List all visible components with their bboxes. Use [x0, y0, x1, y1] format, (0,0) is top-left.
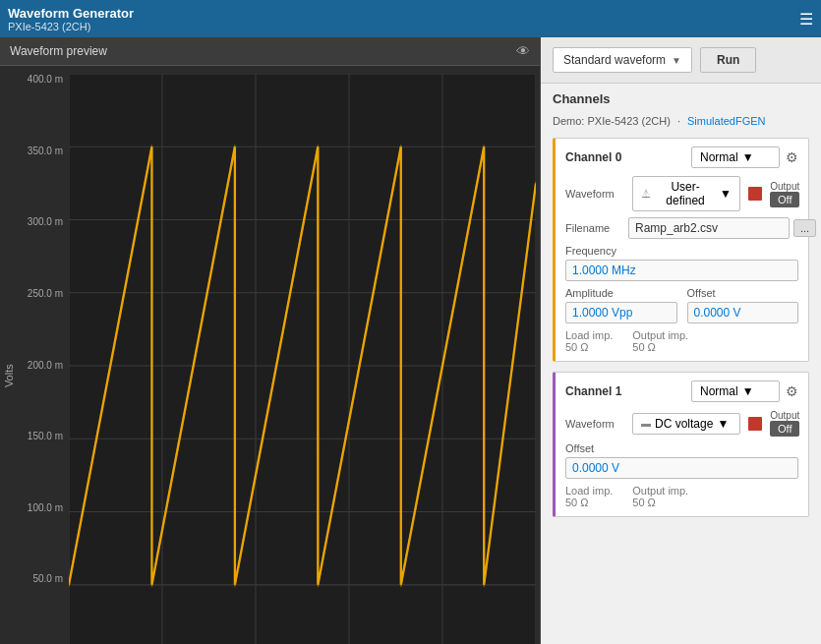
- app-title: Waveform Generator: [8, 6, 134, 21]
- channel-0-offset-group: Offset: [687, 287, 799, 323]
- channel-0-label: Channel 0: [565, 150, 621, 164]
- app-subtitle: PXIe-5423 (2CH): [8, 21, 134, 32]
- right-toolbar: Standard waveform ▼ Run: [541, 37, 821, 84]
- y-tic-4: 200.0 m: [18, 360, 63, 371]
- channel-1-header-row: Channel 1 Normal ▼ ⚙: [565, 381, 798, 402]
- channel-0-output-label: Output: [770, 181, 799, 192]
- channel-1-mode-dropdown[interactable]: Normal ▼: [691, 381, 780, 402]
- channel-1-offset-input[interactable]: [565, 457, 798, 479]
- channel-1-output-imp-label: Output imp. 50 Ω: [632, 485, 688, 508]
- channel-0-frequency-input[interactable]: [565, 260, 798, 281]
- channels-section: Channels Demo: PXIe-5423 (2CH) · Simulat…: [541, 84, 821, 535]
- channel-1-output-group: Output Off: [770, 410, 799, 437]
- channel-1-waveform-row: Waveform ▬ DC voltage ▼ Output Off: [565, 410, 798, 437]
- waveform-icon: ⏃: [641, 189, 651, 200]
- chart-canvas: [69, 74, 536, 644]
- preview-header: Waveform preview 👁: [0, 37, 540, 66]
- channel-1-mode-arrow: ▼: [742, 384, 754, 398]
- breadcrumb-part1: Demo: PXIe-5423 (2CH): [553, 115, 671, 127]
- right-panel: Standard waveform ▼ Run Channels Demo: P…: [541, 37, 821, 644]
- channel-0-mode-arrow: ▼: [742, 150, 754, 164]
- y-tic-7: 50.0 m: [18, 573, 63, 584]
- title-bar: Waveform Generator PXIe-5423 (2CH) ☰: [0, 0, 821, 37]
- channel-1-output-toggle[interactable]: Off: [770, 421, 799, 437]
- channel-1-block: Channel 1 Normal ▼ ⚙ Waveform ▬ DC volt: [553, 372, 809, 517]
- channel-0-output-toggle[interactable]: Off: [770, 192, 799, 207]
- y-tic-1: 350.0 m: [18, 146, 63, 156]
- breadcrumb-part2: SimulatedFGEN: [687, 115, 765, 127]
- channel-1-waveform-dropdown[interactable]: ▬ DC voltage ▼: [632, 413, 740, 435]
- channel-0-frequency-label: Frequency: [565, 245, 798, 257]
- channel-0-block: Channel 0 Normal ▼ ⚙ Waveform ⏃ User-de: [553, 138, 809, 362]
- channel-0-filename-input[interactable]: [628, 217, 790, 239]
- y-tics: 400.0 m350.0 m300.0 m250.0 m200.0 m150.0…: [18, 74, 69, 644]
- channel-1-waveform-label: Waveform: [565, 418, 624, 430]
- channel-1-load-imp-label: Load imp. 50 Ω: [565, 485, 613, 508]
- channel-0-settings-button[interactable]: ⚙: [786, 149, 798, 165]
- channel-0-filename-label: Filename: [565, 222, 624, 234]
- channel-0-stop-button[interactable]: [748, 187, 762, 201]
- channel-0-frequency-row: Frequency: [565, 245, 798, 281]
- left-panel: Waveform preview 👁 Volts 400.0 m350.0 m3…: [0, 37, 541, 644]
- channel-1-settings-button[interactable]: ⚙: [786, 383, 798, 399]
- channel-0-waveform-row: Waveform ⏃ User-defined ▼ Output Off: [565, 176, 798, 211]
- y-axis-label: Volts: [0, 74, 18, 644]
- waveform-1-dropdown-arrow: ▼: [717, 417, 729, 431]
- channel-0-mode-label: Normal: [700, 150, 738, 164]
- channel-1-label: Channel 1: [565, 384, 621, 398]
- waveform-svg: [69, 74, 536, 644]
- y-tic-0: 400.0 m: [18, 74, 63, 85]
- channel-1-output-label: Output: [770, 410, 799, 421]
- menu-icon[interactable]: ☰: [799, 10, 813, 29]
- channel-0-amplitude-input[interactable]: [565, 302, 677, 323]
- y-tic-5: 150.0 m: [18, 431, 63, 441]
- channel-1-stop-button[interactable]: [748, 417, 762, 431]
- channel-0-waveform-label: Waveform: [565, 188, 624, 200]
- chart-with-ytics: 400.0 m350.0 m300.0 m250.0 m200.0 m150.0…: [18, 74, 536, 644]
- channel-0-offset-input[interactable]: [687, 302, 799, 323]
- channel-0-output-group: Output Off: [770, 181, 799, 207]
- waveform-type-dropdown[interactable]: Standard waveform ▼: [553, 47, 692, 73]
- waveform-dropdown-arrow: ▼: [720, 187, 732, 201]
- channel-0-impedance-row: Load imp. 50 Ω Output imp. 50 Ω: [565, 329, 798, 353]
- channel-0-output-imp-label: Output imp. 50 Ω: [632, 329, 688, 353]
- channel-0-header-row: Channel 0 Normal ▼ ⚙: [565, 146, 798, 168]
- chart-area: Volts 400.0 m350.0 m300.0 m250.0 m200.0 …: [0, 66, 540, 644]
- chart-inner: 400.0 m350.0 m300.0 m250.0 m200.0 m150.0…: [18, 74, 536, 644]
- dc-waveform-icon: ▬: [641, 418, 651, 429]
- channel-0-offset-label: Offset: [687, 287, 799, 299]
- channel-0-load-imp-label: Load imp. 50 Ω: [565, 329, 613, 353]
- channel-1-impedance-row: Load imp. 50 Ω Output imp. 50 Ω: [565, 485, 798, 508]
- channel-1-mode-label: Normal: [700, 384, 738, 398]
- channel-1-offset-label: Offset: [565, 442, 798, 454]
- channel-0-mode-dropdown[interactable]: Normal ▼: [691, 146, 780, 168]
- visibility-icon[interactable]: 👁: [516, 43, 530, 59]
- channel-0-filename-row: Filename ...: [565, 217, 798, 239]
- breadcrumb-sep: ·: [677, 115, 680, 127]
- y-tic-2: 300.0 m: [18, 216, 63, 227]
- run-button[interactable]: Run: [700, 47, 756, 73]
- channel-0-waveform-value: User-defined: [655, 180, 716, 207]
- y-tic-6: 100.0 m: [18, 502, 63, 513]
- dropdown-arrow-icon: ▼: [672, 55, 681, 66]
- channel-0-amplitude-group: Amplitude: [565, 287, 677, 323]
- device-breadcrumb: Demo: PXIe-5423 (2CH) · SimulatedFGEN: [553, 112, 809, 130]
- channel-1-waveform-value: DC voltage: [655, 417, 713, 431]
- channel-0-browse-button[interactable]: ...: [793, 219, 816, 237]
- preview-title: Waveform preview: [10, 44, 107, 58]
- channel-1-offset-row: Offset: [565, 442, 798, 479]
- channel-0-amplitude-label: Amplitude: [565, 287, 677, 299]
- channel-0-waveform-dropdown[interactable]: ⏃ User-defined ▼: [632, 176, 740, 211]
- app-title-group: Waveform Generator PXIe-5423 (2CH): [8, 6, 134, 32]
- main-layout: Waveform preview 👁 Volts 400.0 m350.0 m3…: [0, 37, 821, 644]
- channels-title: Channels: [553, 91, 809, 106]
- waveform-type-label: Standard waveform: [563, 53, 666, 67]
- channel-0-amp-offset-row: Amplitude Offset: [565, 287, 798, 323]
- y-tic-3: 250.0 m: [18, 288, 63, 299]
